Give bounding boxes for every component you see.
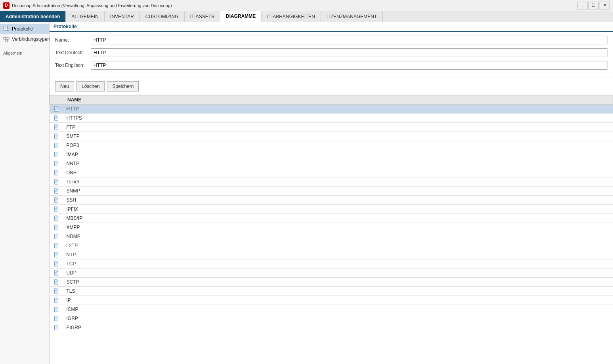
table-row[interactable]: L2TP: [50, 241, 613, 250]
table-row[interactable]: FTP: [50, 123, 613, 132]
close-button[interactable]: ✕: [600, 2, 610, 10]
minimize-button[interactable]: –: [577, 2, 588, 10]
text-en-input[interactable]: [91, 61, 607, 70]
row-empty-cell: [288, 123, 613, 132]
delete-button[interactable]: Löschen: [76, 81, 105, 91]
row-name-cell: SMTP: [64, 132, 288, 141]
save-button[interactable]: Speichern: [107, 81, 139, 91]
row-icon-cell: [50, 259, 64, 269]
section-title: Protokolle: [53, 24, 77, 29]
row-file-icon: [53, 315, 59, 322]
table-row[interactable]: IPFIX: [50, 205, 613, 214]
tab-customizing[interactable]: CUSTOMIZING: [140, 11, 185, 22]
app-icon: D: [3, 2, 10, 9]
row-empty-cell: [288, 296, 613, 305]
table-row[interactable]: IGRP: [50, 314, 613, 323]
row-icon-cell: [50, 287, 64, 296]
row-empty-cell: [288, 196, 613, 205]
verbindungstypen-icon: [3, 36, 10, 42]
table-container[interactable]: NAME HTTP: [50, 95, 613, 364]
sidebar-item-verbindungstypen[interactable]: Verbindungstypen: [0, 34, 49, 44]
row-empty-cell: [288, 323, 613, 332]
row-empty-cell: [288, 105, 613, 114]
row-file-icon: [53, 288, 59, 294]
table-row[interactable]: ICMP: [50, 305, 613, 314]
table-row[interactable]: UDP: [50, 269, 613, 278]
table-row[interactable]: HTTP: [50, 105, 613, 114]
row-file-icon: [53, 297, 59, 303]
row-file-icon: [53, 215, 59, 221]
table-row[interactable]: SMTP: [50, 132, 613, 141]
row-icon-cell: [50, 150, 64, 159]
row-icon-cell: [50, 223, 64, 232]
tab-it-assets[interactable]: IT-ASSETS: [185, 11, 220, 22]
row-name-cell: HTTPS: [64, 114, 288, 123]
tab-lizenzmanagement[interactable]: LIZENZMANAGEMENT: [321, 11, 383, 22]
sidebar-section-label: Allgemein: [0, 44, 49, 57]
row-empty-cell: [288, 305, 613, 314]
row-empty-cell: [288, 250, 613, 259]
row-empty-cell: [288, 287, 613, 296]
row-file-icon: [53, 124, 59, 130]
sidebar-item-verbindungstypen-label: Verbindungstypen: [12, 36, 50, 42]
row-empty-cell: [288, 177, 613, 187]
text-de-row: Text Deutsch:: [55, 48, 607, 57]
table-row[interactable]: POP3: [50, 141, 613, 150]
table-row[interactable]: SCTP: [50, 278, 613, 287]
tab-diagramme[interactable]: DIAGRAMME: [220, 11, 262, 22]
table-row[interactable]: NNTP: [50, 159, 613, 168]
protokolle-icon: !: [3, 26, 10, 32]
row-name-cell: EIGRP: [64, 323, 288, 332]
row-empty-cell: [288, 223, 613, 232]
svg-rect-6: [4, 37, 6, 39]
table-row[interactable]: Telnet: [50, 177, 613, 187]
row-file-icon: [53, 160, 59, 167]
row-name-cell: TCP: [64, 259, 288, 269]
table-row[interactable]: XMPP: [50, 223, 613, 232]
table-row[interactable]: MBS/IP: [50, 214, 613, 223]
table-row[interactable]: SNMP: [50, 187, 613, 196]
table-row[interactable]: NTP: [50, 250, 613, 259]
row-name-cell: TLS: [64, 287, 288, 296]
row-name-cell: DNS: [64, 168, 288, 177]
tab-admin-end[interactable]: Administration beenden: [0, 11, 66, 22]
table-row[interactable]: TCP: [50, 259, 613, 269]
row-icon-cell: [50, 305, 64, 314]
row-file-icon: [53, 324, 59, 331]
protocols-table: NAME HTTP: [50, 95, 613, 332]
table-row[interactable]: IMAP: [50, 150, 613, 159]
row-file-icon: [53, 133, 59, 139]
table-row[interactable]: NDMP: [50, 232, 613, 241]
row-name-cell: NDMP: [64, 232, 288, 241]
sidebar-item-protokolle[interactable]: ! Protokolle: [0, 24, 49, 34]
row-icon-cell: [50, 296, 64, 305]
maximize-button[interactable]: ☐: [588, 2, 599, 10]
row-empty-cell: [288, 141, 613, 150]
table-row[interactable]: HTTPS: [50, 114, 613, 123]
tab-it-abhaengigkeiten[interactable]: IT-ABHÄNGIGKEITEN: [262, 11, 321, 22]
svg-rect-8: [5, 40, 8, 42]
row-icon-cell: [50, 278, 64, 287]
tab-inventar[interactable]: INVENTAR: [105, 11, 140, 22]
tab-allgemein[interactable]: ALLGEMEIN: [66, 11, 105, 22]
row-name-cell: MBS/IP: [64, 214, 288, 223]
table-row[interactable]: EIGRP: [50, 323, 613, 332]
svg-text:!: !: [7, 27, 9, 31]
row-file-icon: [53, 142, 59, 149]
text-de-input[interactable]: [91, 48, 607, 57]
table-row[interactable]: TLS: [50, 287, 613, 296]
button-row: Neu Löschen Speichern: [50, 78, 613, 95]
row-file-icon: [53, 106, 59, 112]
row-name-cell: ICMP: [64, 305, 288, 314]
row-name-cell: IMAP: [64, 150, 288, 159]
table-row[interactable]: SSH: [50, 196, 613, 205]
row-empty-cell: [288, 150, 613, 159]
row-name-cell: SSH: [64, 196, 288, 205]
content-area: Protokolle Name: Text Deutsch: Text Engl…: [50, 22, 613, 364]
table-row[interactable]: DNS: [50, 168, 613, 177]
row-file-icon: [53, 233, 59, 240]
new-button[interactable]: Neu: [55, 81, 74, 91]
name-input[interactable]: [91, 36, 607, 44]
table-row[interactable]: IP: [50, 296, 613, 305]
col-icon-header: [50, 95, 64, 105]
